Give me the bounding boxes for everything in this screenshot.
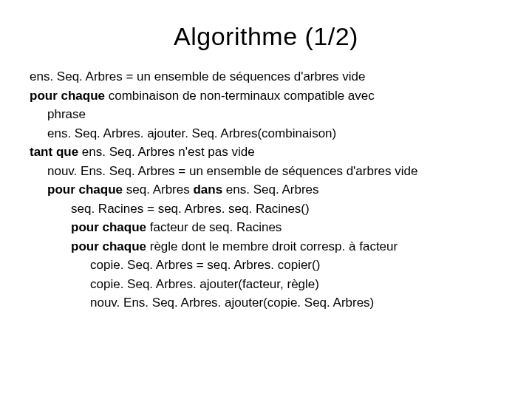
algo-line: phrase — [30, 105, 502, 124]
algo-line: copie. Seq. Arbres. ajouter(facteur, règ… — [30, 275, 502, 294]
text-run: pour chaque — [47, 183, 123, 197]
text-run: combinaison de non-terminaux compatible … — [105, 89, 375, 103]
text-run: nouv. Ens. Seq. Arbres. ajouter(copie. S… — [90, 296, 374, 310]
algo-line: nouv. Ens. Seq. Arbres = un ensemble de … — [30, 162, 502, 181]
text-run: copie. Seq. Arbres. ajouter(facteur, règ… — [90, 277, 319, 291]
text-run: tant que — [30, 145, 78, 159]
algo-line: pour chaque combinaison de non-terminaux… — [30, 86, 502, 106]
algo-line: nouv. Ens. Seq. Arbres. ajouter(copie. S… — [30, 293, 502, 313]
text-run: règle dont le membre droit corresp. à fa… — [146, 239, 398, 253]
algo-line: ens. Seq. Arbres. ajouter. Seq. Arbres(c… — [30, 124, 502, 143]
algo-line: tant que ens. Seq. Arbres n'est pas vide — [30, 143, 502, 162]
text-run: ens. Seq. Arbres. ajouter. Seq. Arbres(c… — [47, 126, 336, 140]
text-run: dans — [193, 183, 222, 197]
algo-line: copie. Seq. Arbres = seq. Arbres. copier… — [30, 256, 502, 275]
slide-title: Algorithme (1/2) — [30, 22, 502, 51]
text-run: copie. Seq. Arbres = seq. Arbres. copier… — [90, 258, 320, 272]
text-run: pour chaque — [71, 220, 146, 234]
text-run: phrase — [47, 107, 86, 121]
text-run: seq. Arbres — [123, 183, 193, 197]
text-run: ens. Seq. Arbres n'est pas vide — [78, 145, 255, 159]
text-run: pour chaque — [30, 89, 105, 103]
algo-line: pour chaque seq. Arbres dans ens. Seq. A… — [30, 180, 502, 200]
text-run: ens. Seq. Arbres = un ensemble de séquen… — [30, 69, 366, 83]
text-run: seq. Racines = seq. Arbres. seq. Racines… — [71, 202, 310, 216]
algo-line: seq. Racines = seq. Arbres. seq. Racines… — [30, 200, 502, 219]
text-run: nouv. Ens. Seq. Arbres = un ensemble de … — [47, 164, 417, 178]
slide: Algorithme (1/2) ens. Seq. Arbres = un e… — [0, 0, 532, 399]
text-run: pour chaque — [71, 239, 146, 253]
algo-line: pour chaque règle dont le membre droit c… — [30, 237, 502, 256]
text-run: ens. Seq. Arbres — [222, 183, 318, 197]
algo-line: ens. Seq. Arbres = un ensemble de séquen… — [30, 67, 502, 86]
algorithm-body: ens. Seq. Arbres = un ensemble de séquen… — [30, 67, 502, 313]
text-run: facteur de seq. Racines — [146, 220, 282, 234]
algo-line: pour chaque facteur de seq. Racines — [30, 218, 502, 237]
